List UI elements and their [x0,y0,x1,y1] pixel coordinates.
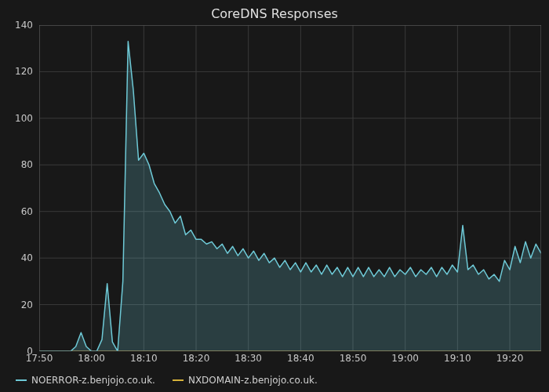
chart-container: CoreDNS Responses 020406080100120140 17:… [0,0,549,392]
y-tick: 120 [15,66,33,77]
x-tick: 18:30 [235,353,262,364]
y-axis-ticks: 020406080100120140 [0,25,38,351]
x-tick: 19:20 [496,353,524,364]
y-tick: 40 [21,252,33,263]
legend: NOERROR-z.benjojo.co.uk.NXDOMAIN-z.benjo… [16,375,318,386]
legend-label: NXDOMAIN-z.benjojo.co.uk. [188,375,318,386]
y-tick: 20 [21,299,33,310]
chart-svg [39,25,541,351]
y-tick: 60 [21,206,33,217]
x-tick: 17:50 [26,353,53,364]
x-tick: 18:10 [130,353,158,364]
legend-item: NXDOMAIN-z.benjojo.co.uk. [173,375,318,386]
x-axis-ticks: 17:5018:0018:1018:2018:3018:4018:5019:00… [39,353,541,365]
x-tick: 18:40 [287,353,314,364]
x-tick: 18:00 [78,353,105,364]
chart-title: CoreDNS Responses [0,6,549,21]
x-tick: 19:10 [444,353,471,364]
y-tick: 80 [21,159,33,170]
legend-swatch [173,379,184,381]
legend-item: NOERROR-z.benjojo.co.uk. [16,375,155,386]
plot-area [39,25,541,351]
x-tick: 18:20 [183,353,210,364]
legend-label: NOERROR-z.benjojo.co.uk. [31,375,155,386]
x-tick: 18:50 [340,353,367,364]
y-tick: 140 [15,20,33,31]
x-tick: 19:00 [391,353,419,364]
legend-swatch [16,379,27,381]
y-tick: 100 [15,113,33,124]
